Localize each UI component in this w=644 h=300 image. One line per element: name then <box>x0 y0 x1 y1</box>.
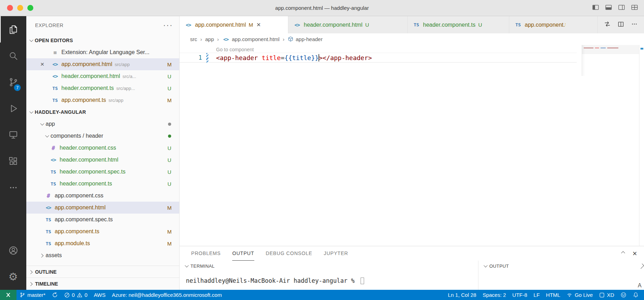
maximize-window-button[interactable] <box>27 5 33 11</box>
panel-maximize-icon[interactable] <box>621 251 625 255</box>
minimap[interactable] <box>582 45 639 76</box>
output-label: OUTPUT <box>489 263 509 269</box>
terminal-content[interactable]: neilhaddley@Neils-MacBook-Air haddley-an… <box>180 271 478 284</box>
tree-folder[interactable]: app <box>26 118 179 130</box>
open-changes-icon[interactable] <box>604 21 611 29</box>
breadcrumb-item[interactable]: app-header <box>288 36 323 42</box>
status-eol[interactable]: LF <box>530 290 543 300</box>
activity-explorer-button[interactable] <box>0 16 26 43</box>
status-feedback[interactable] <box>617 290 630 300</box>
status-indentation[interactable]: Spaces: 2 <box>479 290 509 300</box>
workbench: 7 ⚙ EXPLORER ··· OPEN EDITORS ≡Extension… <box>0 16 644 290</box>
activity-remote-explorer-button[interactable] <box>0 122 26 148</box>
close-window-button[interactable] <box>7 5 13 11</box>
status-notifications[interactable] <box>630 290 642 300</box>
status-branch[interactable]: master* <box>16 290 49 300</box>
minimize-window-button[interactable] <box>17 5 23 11</box>
terminal-header[interactable]: TERMINAL <box>180 261 478 271</box>
panel-tab-problems[interactable]: PROBLEMS <box>191 246 221 261</box>
tree-file[interactable]: TSapp.module.tsM <box>26 237 179 249</box>
file-label: app.component.spec.ts <box>55 216 113 223</box>
activity-settings-button[interactable]: ⚙ <box>0 263 26 290</box>
status-azure[interactable]: Azure: neil@haddleyoffice365.onmicrosoft… <box>109 290 225 300</box>
git-status-badge: M <box>249 22 253 28</box>
editor-tab[interactable]: <>header.component.htmlU <box>288 16 408 33</box>
overview-ruler[interactable] <box>639 45 644 246</box>
activity-more-button[interactable] <box>0 174 26 201</box>
activity-search-button[interactable] <box>0 43 26 69</box>
explorer-more-actions-icon[interactable]: ··· <box>163 24 173 27</box>
editor-tab[interactable]: <>app.component.htmlM× <box>180 16 288 33</box>
open-editor-item[interactable]: ×<>app.component.htmlsrc/appM <box>26 58 179 70</box>
open-editor-item[interactable]: TSapp.component.tssrc/appM <box>26 94 179 106</box>
codelens-link[interactable]: Go to component <box>216 47 644 52</box>
editor-tab[interactable]: TSapp.component.ts <box>509 16 598 33</box>
tree-folder[interactable]: assets <box>26 249 179 261</box>
activity-bar: 7 ⚙ <box>0 16 26 290</box>
open-editor-item[interactable]: ≡Extension: Angular Language Ser... <box>26 46 179 58</box>
breadcrumb-item[interactable]: <>app.component.html <box>222 36 280 42</box>
tree-file[interactable]: <>app.component.htmlM <box>26 202 179 214</box>
tree-file[interactable]: TSapp.component.tsM <box>26 226 179 237</box>
toggle-panel-icon[interactable] <box>605 4 612 13</box>
output-header[interactable]: OUTPUT <box>478 261 644 271</box>
status-go-live[interactable]: Go Live <box>563 290 596 300</box>
status-sync[interactable] <box>49 290 61 300</box>
toggle-sidebar-icon[interactable] <box>592 4 599 13</box>
status-cursor-position[interactable]: Ln 1, Col 28 <box>445 290 479 300</box>
ts-file-icon: TS <box>45 241 52 246</box>
toggle-secondary-sidebar-icon[interactable] <box>618 4 625 13</box>
code-content: <app-header title={{title}}></app-header… <box>216 54 372 61</box>
activity-run-debug-button[interactable] <box>0 95 26 122</box>
tree-file[interactable]: TSheader.component.tsU <box>26 178 179 190</box>
breadcrumb-item[interactable]: app <box>205 36 214 42</box>
git-status-badge: U <box>478 22 482 28</box>
code-token: title <box>258 54 281 61</box>
activity-source-control-button[interactable]: 7 <box>0 69 26 95</box>
editor[interactable]: Go to component 1 <app-header title={{ti… <box>180 45 644 246</box>
tree-folder[interactable]: components / header <box>26 130 179 142</box>
close-editor-icon[interactable]: × <box>40 60 49 68</box>
xd-icon <box>599 292 605 298</box>
file-label: header.component.spec.ts <box>60 169 126 175</box>
close-tab-icon[interactable]: × <box>256 21 261 29</box>
bottom-panel: PROBLEMSOUTPUTDEBUG CONSOLEJUPYTER × TER… <box>180 246 644 290</box>
minimap-slider[interactable] <box>582 45 639 54</box>
tree-file[interactable]: <>header.component.htmlU <box>26 154 179 166</box>
split-editor-icon[interactable] <box>618 21 624 29</box>
status-remote[interactable] <box>0 290 16 300</box>
output-overflow-icon[interactable] <box>639 263 644 269</box>
panel-close-icon[interactable]: × <box>632 250 637 257</box>
outline-section[interactable]: OUTLINE <box>26 266 179 278</box>
html-file-icon: <> <box>185 22 192 28</box>
ts-file-icon: TS <box>45 217 52 222</box>
panel-tab-output[interactable]: OUTPUT <box>232 246 254 261</box>
editor-tab[interactable]: TSheader.component.tsU <box>408 16 509 33</box>
tree-file[interactable]: #app.component.css <box>26 190 179 202</box>
status-language-mode[interactable]: HTML <box>543 290 564 300</box>
folder-label: assets <box>46 252 62 259</box>
activity-extensions-button[interactable] <box>0 148 26 174</box>
breadcrumb-item[interactable]: src <box>190 36 197 42</box>
tree-file[interactable]: TSapp.component.spec.ts <box>26 214 179 226</box>
breadcrumb-label: app.component.html <box>232 36 280 42</box>
workspace-root-header[interactable]: HADDLEY-ANGULAR <box>26 106 179 118</box>
panel-tab-debug-console[interactable]: DEBUG CONSOLE <box>266 246 313 261</box>
breadcrumbs: src›app›<>app.component.html›app-header <box>180 33 644 45</box>
panel-tab-jupyter[interactable]: JUPYTER <box>324 246 348 261</box>
open-editor-item[interactable]: TSheader.component.tssrc/app...U <box>26 82 179 94</box>
explorer-icon <box>8 24 19 35</box>
tree-file[interactable]: TSheader.component.spec.tsU <box>26 166 179 178</box>
timeline-section[interactable]: TIMELINE <box>26 278 179 289</box>
tree-file[interactable]: #header.component.cssU <box>26 142 179 154</box>
open-editor-item[interactable]: <>header.component.htmlsrc/a...U <box>26 70 179 82</box>
status-encoding[interactable]: UTF-8 <box>509 290 531 300</box>
customize-layout-icon[interactable] <box>631 4 638 13</box>
open-editors-header[interactable]: OPEN EDITORS <box>26 34 179 46</box>
status-xd[interactable]: XD <box>596 290 617 300</box>
html-file-icon: <> <box>222 37 230 42</box>
status-problems[interactable]: 00 <box>61 290 91 300</box>
status-aws[interactable]: AWS <box>90 290 109 300</box>
more-actions-icon[interactable] <box>631 21 638 29</box>
activity-account-button[interactable] <box>0 237 26 263</box>
